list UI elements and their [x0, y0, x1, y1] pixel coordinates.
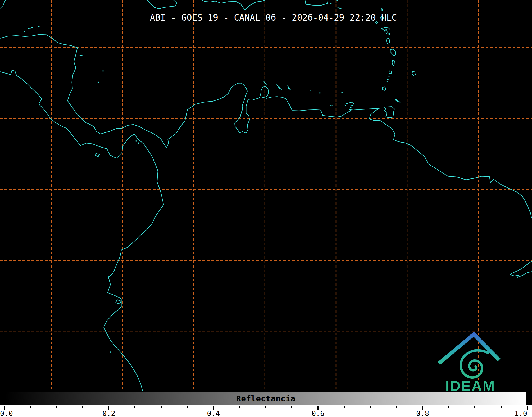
colorbar-minor-tick: [474, 406, 475, 408]
colorbar-minor-tick: [187, 406, 188, 408]
guanaja-island-dot: [38, 26, 40, 28]
logo-mountain-icon: [440, 334, 498, 362]
belize-corner-coast: [0, 0, 6, 9]
colorbar-tick-label: 1.0: [514, 409, 527, 417]
pearl-islands-dot-2: [138, 143, 139, 144]
colorbar-minor-tick: [344, 406, 345, 408]
aruba-island: [264, 81, 267, 84]
colorbar-minor-tick: [82, 406, 83, 408]
colorbar-minor-tick: [134, 406, 135, 408]
colorbar-title: Reflectancia: [4, 394, 527, 403]
miskito-cays: [80, 55, 84, 56]
virgin-islands-dot: [337, 0, 338, 1]
barbados-island: [412, 72, 415, 76]
puna-island: [116, 300, 121, 304]
coche-island-dot: [350, 107, 352, 108]
marie-galante-island: [388, 33, 390, 35]
colorbar-minor-tick: [30, 406, 31, 408]
st-lucia-island: [392, 61, 395, 66]
satellite-image-viewport: ABI - GOES 19 - CANAL 06 - 2026-04-29 22…: [0, 0, 532, 417]
san-andres-island-dot: [98, 82, 99, 83]
guadeloupe-island: [381, 28, 390, 34]
barbuda-island: [381, 9, 383, 11]
tobago-island: [395, 99, 400, 102]
colorbar-minor-tick: [501, 406, 502, 408]
colorbar-minor-tick: [448, 406, 449, 408]
colorbar-tick-label: 0.8: [416, 409, 429, 417]
colorbar-minor-tick: [370, 406, 371, 408]
grenadines-dot-1: [388, 75, 390, 77]
los-roques-cays: [310, 91, 312, 91]
grenada-island: [383, 87, 386, 90]
colorbar-tick-label: 0.2: [102, 409, 115, 417]
colorbar-minor-tick: [56, 406, 57, 408]
la-tortuga-island: [330, 105, 333, 106]
lobos-de-tierra-dot: [110, 351, 111, 353]
trinidad-island: [384, 107, 394, 118]
colorbar-tick-label: 0.6: [312, 409, 325, 417]
amazon-mouth-coast: [510, 261, 531, 277]
colorbar-axis: 0.00.20.40.60.81.0: [0, 405, 532, 417]
utila-island-dot: [24, 31, 25, 32]
bonaire-island: [288, 86, 290, 90]
colorbar-minor-tick: [396, 406, 397, 408]
colorbar-tick-label: 0.4: [207, 409, 220, 417]
colorbar-minor-tick: [291, 406, 292, 408]
providencia-island-dot: [102, 70, 104, 72]
pearl-islands-dot-1: [135, 140, 137, 142]
colorbar-minor-tick: [239, 406, 240, 408]
vieques-island: [329, 3, 331, 4]
colorbar-tick-label: 0.0: [0, 409, 13, 417]
colorbar-minor-tick: [265, 406, 266, 408]
la-orchila-island-dot: [319, 92, 321, 94]
grenadines-dot-2: [387, 79, 389, 80]
puerto-rico-coast: [305, 0, 328, 6]
grenadines-dot-3: [387, 81, 388, 82]
jamaica-coast: [147, 0, 177, 9]
roatan-island: [28, 27, 33, 29]
image-title: ABI - GOES 19 - CANAL 06 - 2026-04-29 22…: [7, 12, 532, 23]
coiba-island: [96, 153, 99, 157]
martinique-island: [390, 49, 396, 56]
st-croix-island: [338, 8, 342, 9]
la-blanquilla-island-dot: [341, 92, 343, 93]
dominica-island: [387, 39, 390, 44]
caribbean-mainland-coast: [0, 35, 531, 218]
margarita-island: [345, 102, 354, 106]
ideam-logo: IDEAM: [436, 327, 505, 394]
logo-hurricane-spiral-icon: [461, 350, 488, 377]
st-vincent-island: [389, 71, 392, 74]
hispaniola-coast: [201, 0, 266, 10]
colorbar-minor-tick: [161, 406, 162, 408]
curacao-island: [277, 85, 282, 89]
colorbar: Reflectancia 0.00.20.40.60.81.0: [0, 391, 532, 417]
